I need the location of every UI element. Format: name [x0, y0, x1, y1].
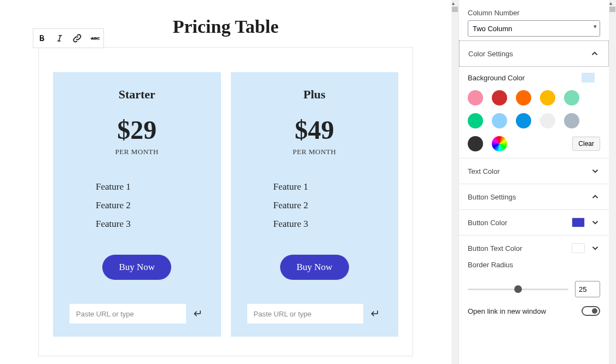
feature-item[interactable]: Feature 2: [96, 200, 205, 211]
strikethrough-button[interactable]: ABC: [86, 29, 103, 48]
chevron-up-icon: [590, 49, 600, 58]
chevron-down-icon: [590, 218, 600, 227]
color-swatch[interactable]: [516, 90, 531, 105]
inspector-sidebar: Column Number Two Column Color Settings …: [458, 0, 609, 364]
button-text-color-swatch: [572, 243, 585, 253]
chevron-down-icon: [590, 166, 600, 176]
button-settings-header[interactable]: Button Settings: [459, 184, 609, 209]
open-new-window-toggle[interactable]: [582, 306, 600, 316]
color-settings-header[interactable]: Color Settings: [460, 41, 608, 66]
url-input[interactable]: [247, 304, 364, 324]
column-number-select[interactable]: Two Column: [468, 20, 600, 37]
chevron-down-icon: [590, 243, 600, 253]
column-number-label: Column Number: [468, 9, 600, 17]
plan-title[interactable]: Plus: [247, 87, 382, 102]
feature-item[interactable]: Feature 3: [96, 219, 205, 230]
custom-color-swatch[interactable]: [492, 136, 507, 151]
pricing-card[interactable]: Starter $29 PER MONTH Feature 1 Feature …: [53, 72, 221, 337]
url-input[interactable]: [69, 304, 186, 324]
plan-price[interactable]: $49: [247, 117, 382, 143]
color-swatch[interactable]: [516, 113, 531, 128]
chevron-up-icon: [590, 192, 600, 202]
border-radius-label: Border Radius: [468, 261, 600, 269]
pricing-table-block[interactable]: Starter $29 PER MONTH Feature 1 Feature …: [38, 47, 413, 356]
color-palette: Clear: [459, 86, 609, 158]
plan-period[interactable]: PER MONTH: [69, 148, 205, 156]
color-swatch[interactable]: [468, 90, 483, 105]
border-radius-slider[interactable]: [468, 289, 568, 290]
button-color-header[interactable]: Button Color: [459, 210, 609, 235]
link-button[interactable]: [68, 29, 86, 48]
color-swatch[interactable]: [468, 136, 483, 151]
text-color-header[interactable]: Text Color: [459, 158, 609, 184]
editor-canvas: ABC Pricing Table Starter $29 PER MONTH …: [0, 0, 451, 364]
color-swatch[interactable]: [564, 90, 579, 105]
bold-button[interactable]: [33, 29, 51, 48]
italic-button[interactable]: [51, 29, 68, 48]
buy-button[interactable]: Buy Now: [280, 255, 349, 280]
border-radius-input[interactable]: [575, 281, 600, 297]
plan-title[interactable]: Starter: [69, 87, 205, 102]
background-color-swatch: [582, 73, 595, 83]
pricing-card[interactable]: Plus $49 PER MONTH Feature 1 Feature 2 F…: [231, 72, 399, 337]
color-swatch[interactable]: [564, 113, 579, 128]
open-new-window-label: Open link in new window: [468, 307, 546, 315]
buy-button[interactable]: Buy Now: [102, 255, 171, 280]
button-text-color-header[interactable]: Button Text Color: [459, 236, 609, 261]
color-swatch[interactable]: [492, 113, 507, 128]
color-swatch[interactable]: [540, 90, 555, 105]
plan-period[interactable]: PER MONTH: [247, 148, 382, 156]
submit-url-icon[interactable]: [369, 307, 382, 320]
color-swatch[interactable]: [492, 90, 507, 105]
submit-url-icon[interactable]: [191, 307, 205, 320]
color-swatch[interactable]: [540, 113, 555, 128]
scrollbar[interactable]: [451, 0, 458, 364]
clear-button[interactable]: Clear: [572, 137, 600, 151]
scrollbar[interactable]: [609, 0, 616, 364]
feature-item[interactable]: Feature 3: [274, 219, 382, 230]
plan-price[interactable]: $29: [69, 117, 205, 143]
rich-text-toolbar: ABC: [33, 28, 104, 48]
feature-item[interactable]: Feature 2: [274, 200, 382, 211]
feature-item[interactable]: Feature 1: [274, 181, 382, 192]
color-swatch[interactable]: [468, 113, 483, 128]
feature-item[interactable]: Feature 1: [96, 181, 205, 192]
background-color-header[interactable]: Background Color: [459, 66, 609, 86]
button-color-swatch: [572, 218, 585, 227]
